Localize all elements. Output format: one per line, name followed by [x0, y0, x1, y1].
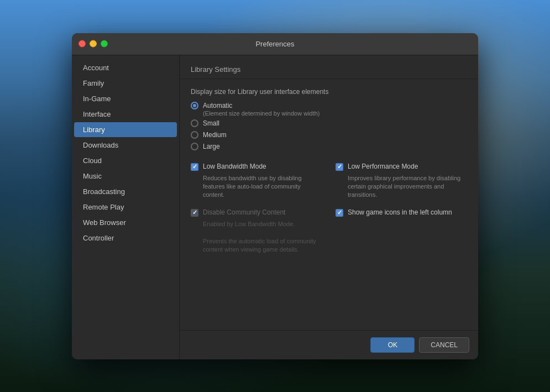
sidebar-item-family[interactable]: Family [74, 76, 177, 91]
sidebar-item-downloads[interactable]: Downloads [74, 138, 177, 153]
traffic-lights [78, 40, 108, 48]
close-button[interactable] [78, 40, 86, 48]
titlebar: Preferences [72, 33, 478, 55]
checkbox-disable-community [191, 209, 198, 217]
radio-small[interactable] [191, 119, 198, 127]
option-block-low-bandwidth: Low Bandwidth ModeReduces bandwidth use … [191, 163, 322, 200]
option-desc-low-performance: Improves library performance by disablin… [336, 174, 467, 200]
checkbox-label-disable-community: Disable Community Content [203, 208, 285, 216]
sidebar-item-interface[interactable]: Interface [74, 107, 177, 122]
ok-button[interactable]: OK [370, 337, 415, 353]
option-desc-disable-community: Enabled by Low Bandwidth Mode.Prevents t… [191, 220, 322, 254]
sidebar-item-cloud[interactable]: Cloud [74, 153, 177, 168]
sidebar: AccountFamilyIn-GameInterfaceLibraryDown… [72, 55, 180, 359]
panel-body: Display size for Library user interface … [180, 79, 478, 330]
panel-header: Library Settings [180, 55, 478, 79]
radio-label-small: Small [203, 119, 219, 128]
checkbox-label-low-performance: Low Performance Mode [348, 163, 418, 170]
radio-label-large: Large [203, 142, 220, 151]
checkbox-low-bandwidth[interactable] [191, 163, 198, 171]
cancel-button[interactable]: CANCEL [419, 337, 469, 353]
sidebar-item-account[interactable]: Account [74, 60, 177, 75]
sidebar-item-controller[interactable]: Controller [74, 231, 177, 245]
window-title: Preferences [255, 40, 294, 48]
sidebar-item-broadcasting[interactable]: Broadcasting [74, 184, 177, 199]
radio-item-automatic: Automatic(Element size determined by win… [191, 101, 467, 117]
checkbox-low-performance[interactable] [336, 163, 343, 171]
radio-large[interactable] [191, 143, 198, 150]
display-size-radio-group: Automatic(Element size determined by win… [191, 101, 467, 151]
preferences-dialog: Preferences AccountFamilyIn-GameInterfac… [72, 33, 478, 359]
sidebar-item-remote-play[interactable]: Remote Play [74, 200, 177, 215]
maximize-button[interactable] [101, 40, 108, 48]
checkbox-row-low-bandwidth: Low Bandwidth Mode [191, 163, 322, 171]
checkbox-label-low-bandwidth: Low Bandwidth Mode [203, 163, 266, 170]
main-panel: Library Settings Display size for Librar… [180, 55, 478, 359]
option-desc-low-bandwidth: Reduces bandwidth use by disabling featu… [191, 174, 322, 200]
radio-item-small: Small [191, 119, 467, 128]
option-block-disable-community: Disable Community ContentEnabled by Low … [191, 208, 322, 254]
option-block-show-game-icons: Show game icons in the left column [336, 208, 467, 254]
radio-item-large: Large [191, 142, 467, 151]
radio-sublabel-automatic: (Element size determined by window width… [203, 110, 320, 117]
dialog-footer: OK CANCEL [180, 330, 478, 359]
dialog-content: AccountFamilyIn-GameInterfaceLibraryDown… [72, 55, 478, 359]
options-grid: Low Bandwidth ModeReduces bandwidth use … [191, 163, 467, 254]
radio-label-medium: Medium [203, 130, 227, 140]
sidebar-item-music[interactable]: Music [74, 169, 177, 184]
sidebar-item-library[interactable]: Library [74, 122, 177, 137]
option-block-low-performance: Low Performance ModeImproves library per… [336, 163, 467, 200]
minimize-button[interactable] [90, 40, 97, 48]
checkbox-label-show-game-icons: Show game icons in the left column [348, 208, 452, 216]
checkbox-row-disable-community: Disable Community Content [191, 208, 322, 217]
checkbox-show-game-icons[interactable] [336, 209, 343, 217]
sidebar-item-in-game[interactable]: In-Game [74, 91, 177, 106]
display-size-label: Display size for Library user interface … [191, 88, 467, 96]
radio-medium[interactable] [191, 131, 198, 139]
radio-automatic[interactable] [191, 102, 198, 109]
sidebar-item-web-browser[interactable]: Web Browser [74, 215, 177, 230]
radio-label-automatic: Automatic [203, 101, 320, 111]
checkbox-row-show-game-icons: Show game icons in the left column [336, 208, 467, 217]
panel-header-title: Library Settings [191, 65, 240, 74]
radio-item-medium: Medium [191, 130, 467, 140]
checkbox-row-low-performance: Low Performance Mode [336, 163, 467, 171]
